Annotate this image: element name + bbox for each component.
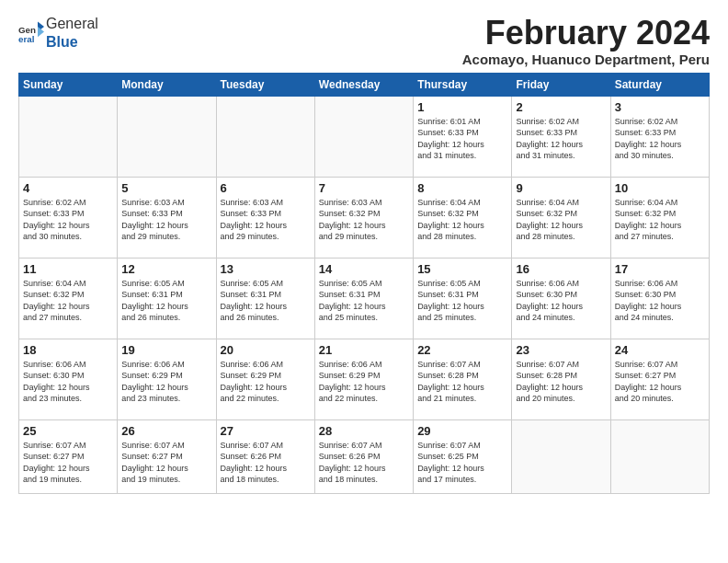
day-number: 20 xyxy=(221,343,311,357)
day-info: Sunrise: 6:07 AM Sunset: 6:28 PM Dayligh… xyxy=(417,359,507,405)
calendar-cell: 18Sunrise: 6:06 AM Sunset: 6:30 PM Dayli… xyxy=(19,339,118,419)
calendar-cell: 2Sunrise: 6:02 AM Sunset: 6:33 PM Daylig… xyxy=(512,96,610,177)
day-info: Sunrise: 6:06 AM Sunset: 6:29 PM Dayligh… xyxy=(221,359,311,405)
calendar-week-row: 11Sunrise: 6:04 AM Sunset: 6:32 PM Dayli… xyxy=(19,258,710,339)
day-info: Sunrise: 6:06 AM Sunset: 6:30 PM Dayligh… xyxy=(516,278,606,324)
calendar-cell: 27Sunrise: 6:07 AM Sunset: 6:26 PM Dayli… xyxy=(216,419,314,493)
day-info: Sunrise: 6:07 AM Sunset: 6:26 PM Dayligh… xyxy=(319,440,409,486)
day-header-sunday: Sunday xyxy=(19,73,118,96)
day-header-friday: Friday xyxy=(512,73,610,96)
logo-general: General xyxy=(46,16,98,31)
calendar-body: 1Sunrise: 6:01 AM Sunset: 6:33 PM Daylig… xyxy=(19,96,710,493)
day-info: Sunrise: 6:02 AM Sunset: 6:33 PM Dayligh… xyxy=(516,116,606,162)
day-info: Sunrise: 6:04 AM Sunset: 6:32 PM Dayligh… xyxy=(23,278,113,324)
calendar-cell: 9Sunrise: 6:04 AM Sunset: 6:32 PM Daylig… xyxy=(512,177,610,258)
calendar-cell xyxy=(216,96,314,177)
day-header-monday: Monday xyxy=(118,73,216,96)
day-info: Sunrise: 6:01 AM Sunset: 6:33 PM Dayligh… xyxy=(417,116,507,162)
calendar-cell: 26Sunrise: 6:07 AM Sunset: 6:27 PM Dayli… xyxy=(118,419,216,493)
calendar-table: SundayMondayTuesdayWednesdayThursdayFrid… xyxy=(18,73,710,494)
day-number: 4 xyxy=(23,181,113,195)
calendar-cell xyxy=(19,96,118,177)
calendar-cell: 23Sunrise: 6:07 AM Sunset: 6:28 PM Dayli… xyxy=(512,339,610,419)
location-title: Acomayo, Huanuco Department, Peru xyxy=(462,52,710,67)
month-title: February 2024 xyxy=(462,15,710,52)
day-number: 8 xyxy=(417,181,507,195)
day-info: Sunrise: 6:03 AM Sunset: 6:33 PM Dayligh… xyxy=(121,197,211,243)
page-header: Gen eral General Blue February 2024 Acom… xyxy=(18,15,710,67)
day-info: Sunrise: 6:02 AM Sunset: 6:33 PM Dayligh… xyxy=(615,116,705,162)
day-number: 13 xyxy=(221,262,311,276)
day-info: Sunrise: 6:07 AM Sunset: 6:27 PM Dayligh… xyxy=(23,440,113,486)
day-header-tuesday: Tuesday xyxy=(216,73,314,96)
logo: Gen eral General Blue xyxy=(18,15,98,52)
logo-icon: Gen eral xyxy=(18,20,44,46)
day-number: 2 xyxy=(516,100,606,114)
calendar-cell: 25Sunrise: 6:07 AM Sunset: 6:27 PM Dayli… xyxy=(19,419,118,493)
calendar-cell: 1Sunrise: 6:01 AM Sunset: 6:33 PM Daylig… xyxy=(414,96,512,177)
calendar-cell: 14Sunrise: 6:05 AM Sunset: 6:31 PM Dayli… xyxy=(314,258,413,339)
day-info: Sunrise: 6:06 AM Sunset: 6:29 PM Dayligh… xyxy=(121,359,211,405)
calendar-cell: 16Sunrise: 6:06 AM Sunset: 6:30 PM Dayli… xyxy=(512,258,610,339)
day-number: 11 xyxy=(23,262,113,276)
day-number: 23 xyxy=(516,343,606,357)
day-number: 7 xyxy=(319,181,409,195)
day-info: Sunrise: 6:07 AM Sunset: 6:27 PM Dayligh… xyxy=(121,440,211,486)
calendar-cell: 20Sunrise: 6:06 AM Sunset: 6:29 PM Dayli… xyxy=(216,339,314,419)
day-info: Sunrise: 6:07 AM Sunset: 6:25 PM Dayligh… xyxy=(417,440,507,486)
calendar-cell: 12Sunrise: 6:05 AM Sunset: 6:31 PM Dayli… xyxy=(118,258,216,339)
day-header-thursday: Thursday xyxy=(414,73,512,96)
day-number: 26 xyxy=(121,424,211,438)
calendar-cell: 17Sunrise: 6:06 AM Sunset: 6:30 PM Dayli… xyxy=(610,258,709,339)
day-info: Sunrise: 6:06 AM Sunset: 6:30 PM Dayligh… xyxy=(23,359,113,405)
calendar-cell xyxy=(610,419,709,493)
calendar-cell xyxy=(512,419,610,493)
day-info: Sunrise: 6:04 AM Sunset: 6:32 PM Dayligh… xyxy=(615,197,705,243)
day-info: Sunrise: 6:05 AM Sunset: 6:31 PM Dayligh… xyxy=(121,278,211,324)
calendar-cell: 11Sunrise: 6:04 AM Sunset: 6:32 PM Dayli… xyxy=(19,258,118,339)
day-info: Sunrise: 6:04 AM Sunset: 6:32 PM Dayligh… xyxy=(516,197,606,243)
calendar-week-row: 18Sunrise: 6:06 AM Sunset: 6:30 PM Dayli… xyxy=(19,339,710,419)
day-number: 14 xyxy=(319,262,409,276)
day-header-saturday: Saturday xyxy=(610,73,709,96)
day-info: Sunrise: 6:07 AM Sunset: 6:28 PM Dayligh… xyxy=(516,359,606,405)
logo-blue: Blue xyxy=(46,34,78,50)
day-number: 12 xyxy=(121,262,211,276)
day-info: Sunrise: 6:07 AM Sunset: 6:27 PM Dayligh… xyxy=(615,359,705,405)
calendar-cell: 7Sunrise: 6:03 AM Sunset: 6:32 PM Daylig… xyxy=(314,177,413,258)
calendar-cell: 6Sunrise: 6:03 AM Sunset: 6:33 PM Daylig… xyxy=(216,177,314,258)
calendar-cell: 5Sunrise: 6:03 AM Sunset: 6:33 PM Daylig… xyxy=(118,177,216,258)
calendar-cell: 13Sunrise: 6:05 AM Sunset: 6:31 PM Dayli… xyxy=(216,258,314,339)
calendar-cell: 19Sunrise: 6:06 AM Sunset: 6:29 PM Dayli… xyxy=(118,339,216,419)
calendar-cell: 4Sunrise: 6:02 AM Sunset: 6:33 PM Daylig… xyxy=(19,177,118,258)
day-number: 27 xyxy=(221,424,311,438)
day-number: 10 xyxy=(615,181,705,195)
day-info: Sunrise: 6:05 AM Sunset: 6:31 PM Dayligh… xyxy=(417,278,507,324)
day-number: 16 xyxy=(516,262,606,276)
day-number: 9 xyxy=(516,181,606,195)
day-number: 18 xyxy=(23,343,113,357)
calendar-cell: 21Sunrise: 6:06 AM Sunset: 6:29 PM Dayli… xyxy=(314,339,413,419)
day-number: 29 xyxy=(417,424,507,438)
calendar-cell: 10Sunrise: 6:04 AM Sunset: 6:32 PM Dayli… xyxy=(610,177,709,258)
day-number: 28 xyxy=(319,424,409,438)
calendar-week-row: 4Sunrise: 6:02 AM Sunset: 6:33 PM Daylig… xyxy=(19,177,710,258)
day-info: Sunrise: 6:06 AM Sunset: 6:29 PM Dayligh… xyxy=(319,359,409,405)
calendar-week-row: 1Sunrise: 6:01 AM Sunset: 6:33 PM Daylig… xyxy=(19,96,710,177)
calendar-cell: 8Sunrise: 6:04 AM Sunset: 6:32 PM Daylig… xyxy=(414,177,512,258)
day-number: 6 xyxy=(221,181,311,195)
day-info: Sunrise: 6:03 AM Sunset: 6:33 PM Dayligh… xyxy=(221,197,311,243)
calendar-week-row: 25Sunrise: 6:07 AM Sunset: 6:27 PM Dayli… xyxy=(19,419,710,493)
day-number: 1 xyxy=(417,100,507,114)
day-number: 15 xyxy=(417,262,507,276)
svg-text:eral: eral xyxy=(18,34,35,44)
day-number: 21 xyxy=(319,343,409,357)
day-info: Sunrise: 6:02 AM Sunset: 6:33 PM Dayligh… xyxy=(23,197,113,243)
title-block: February 2024 Acomayo, Huanuco Departmen… xyxy=(462,15,710,67)
calendar-cell: 24Sunrise: 6:07 AM Sunset: 6:27 PM Dayli… xyxy=(610,339,709,419)
day-number: 5 xyxy=(121,181,211,195)
day-number: 19 xyxy=(121,343,211,357)
day-number: 24 xyxy=(615,343,705,357)
calendar-header-row: SundayMondayTuesdayWednesdayThursdayFrid… xyxy=(19,73,710,96)
day-header-wednesday: Wednesday xyxy=(314,73,413,96)
